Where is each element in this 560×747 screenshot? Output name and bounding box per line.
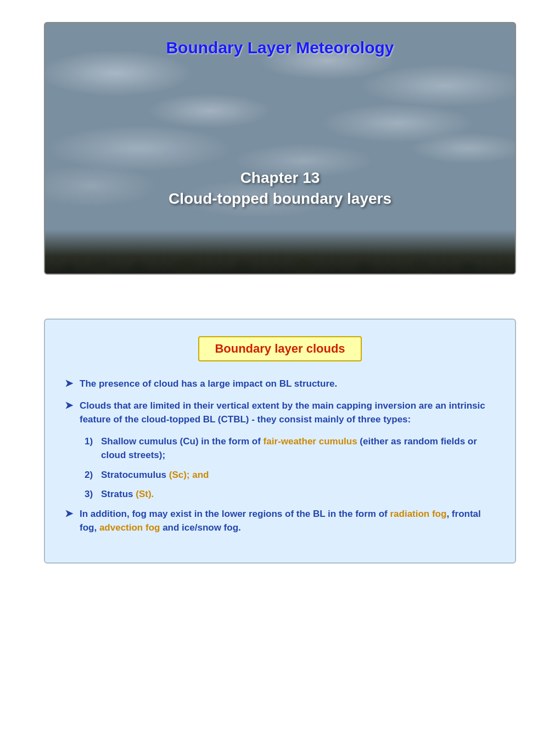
sub-num-1: 1) [85, 434, 101, 449]
chapter-info: Chapter 13 Cloud-topped boundary layers [45, 169, 515, 208]
sub-text-2-normal: Stratocumulus [101, 470, 169, 480]
hero-image-card: Boundary Layer Meteorology Chapter 13 Cl… [44, 22, 516, 275]
sub-item-3: 3) Stratus (St). [85, 487, 495, 501]
bullet3-fog1: radiation fog [390, 509, 446, 519]
sub-num-2: 2) [85, 468, 101, 482]
chapter-subtitle: Cloud-topped boundary layers [45, 190, 515, 208]
section-title: Boundary layer clouds [198, 336, 361, 361]
bullet-item-1: ➤ The presence of cloud has a large impa… [65, 377, 495, 391]
bullet-list: ➤ The presence of cloud has a large impa… [65, 377, 495, 535]
sub-num-3: 3) [85, 487, 101, 501]
section-title-container: Boundary layer clouds [65, 336, 495, 361]
sub-text-1-normal: Shallow cumulus (Cu) in the form of [101, 436, 264, 447]
bullet-text-1: The presence of cloud has a large impact… [80, 377, 495, 391]
sub-text-3: Stratus (St). [101, 487, 495, 501]
tree-silhouette [45, 230, 515, 274]
sub-item-2: 2) Stratocumulus (Sc); and [85, 468, 495, 482]
bullet3-pre: In addition, fog may exist in the lower … [80, 509, 390, 519]
bullet-arrow-2: ➤ [65, 399, 73, 411]
bullet-arrow-1: ➤ [65, 377, 73, 389]
chapter-number: Chapter 13 [45, 169, 515, 187]
bullet3-post: and ice/snow fog. [160, 522, 240, 533]
content-card: Boundary layer clouds ➤ The presence of … [44, 319, 516, 564]
sub-list: 1) Shallow cumulus (Cu) in the form of f… [85, 434, 495, 501]
sub-text-3-highlight: (St). [136, 489, 154, 499]
bullet3-fog2: advection fog [99, 522, 160, 533]
sub-text-2-highlight: (Sc); and [169, 470, 209, 480]
image-title: Boundary Layer Meteorology [45, 38, 515, 57]
sub-text-2: Stratocumulus (Sc); and [101, 468, 495, 482]
sub-text-3-normal: Stratus [101, 489, 136, 499]
bullet-text-2: Clouds that are limited in their vertica… [80, 399, 495, 427]
sub-text-1: Shallow cumulus (Cu) in the form of fair… [101, 434, 495, 462]
sub-text-1-highlight: fair-weather cumulus [264, 436, 357, 447]
bullet-item-2: ➤ Clouds that are limited in their verti… [65, 399, 495, 427]
sub-item-1: 1) Shallow cumulus (Cu) in the form of f… [85, 434, 495, 462]
bullet-text-3: In addition, fog may exist in the lower … [80, 507, 495, 535]
bullet-item-3: ➤ In addition, fog may exist in the lowe… [65, 507, 495, 535]
bullet-arrow-3: ➤ [65, 508, 73, 520]
